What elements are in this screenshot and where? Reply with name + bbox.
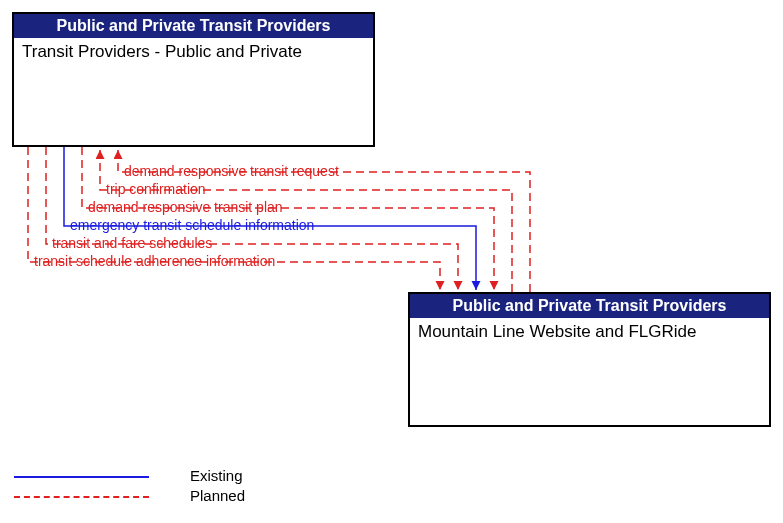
flow-label-trip-confirmation: trip confirmation: [106, 181, 206, 197]
legend-line-planned: [14, 496, 149, 498]
entity-header-top: Public and Private Transit Providers: [14, 14, 373, 38]
flow-label-demand-responsive-transit-plan: demand responsive transit plan: [88, 199, 283, 215]
entity-box-top: Public and Private Transit Providers Tra…: [12, 12, 375, 147]
entity-box-bottom: Public and Private Transit Providers Mou…: [408, 292, 771, 427]
legend-line-existing: [14, 476, 149, 478]
flow-label-transit-schedule-adherence-information: transit schedule adherence information: [34, 253, 275, 269]
entity-body-top: Transit Providers - Public and Private: [14, 38, 373, 66]
flow-label-demand-responsive-transit-request: demand responsive transit request: [124, 163, 339, 179]
flow-label-transit-and-fare-schedules: transit and fare schedules: [52, 235, 212, 251]
legend-label-existing: Existing: [190, 467, 243, 484]
flow-label-emergency-transit-schedule-information: emergency transit schedule information: [70, 217, 314, 233]
entity-body-bottom: Mountain Line Website and FLGRide: [410, 318, 769, 346]
entity-header-bottom: Public and Private Transit Providers: [410, 294, 769, 318]
legend-label-planned: Planned: [190, 487, 245, 504]
